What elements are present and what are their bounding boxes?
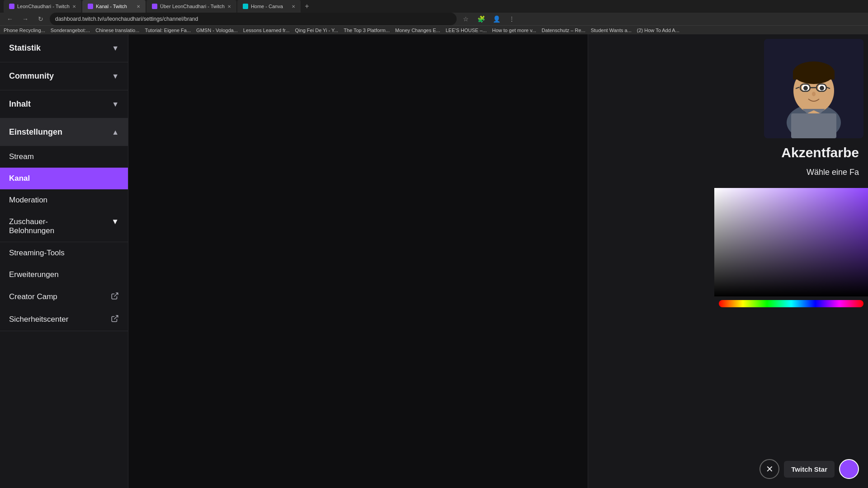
new-tab-button[interactable]: + [302, 1, 312, 12]
sidebar-item-moderation[interactable]: Moderation [0, 189, 128, 211]
bookmark-1[interactable]: Phone Recycling... [4, 28, 45, 33]
hue-slider[interactable] [719, 300, 863, 307]
sidebar-item-kanal-label: Kanal [9, 174, 30, 183]
tab-bar: LeonChaudhari - Twitch ✕ Kanal - Twitch … [0, 0, 868, 13]
bookmark-10[interactable]: LEE'S HOUSE –... [446, 28, 487, 33]
sidebar-item-creator-camp-label: Creator Camp [9, 292, 57, 301]
sidebar-item-zuschauer-label: Zuschauer- Belohnungen [9, 217, 54, 235]
address-bar[interactable]: dashboard.twitch.tv/u/leonchaudhari/sett… [50, 13, 457, 25]
sidebar-item-erweiterungen-label: Erweiterungen [9, 270, 59, 279]
avatar [764, 39, 863, 138]
tab-favicon-3 [152, 4, 157, 9]
sidebar-item-stream-label: Stream [9, 152, 34, 161]
right-panel: Akzentfarbe Wähle eine Fa ✕ Twitch Star [588, 34, 868, 488]
tab-label-1: LeonChaudhari - Twitch [17, 4, 70, 9]
akzentfarbe-label: Akzentfarbe [781, 145, 859, 160]
bookmark-9[interactable]: Money Changes E... [395, 28, 440, 33]
svg-rect-7 [793, 70, 835, 80]
avatar-container [764, 39, 863, 138]
sidebar-item-sicherheitscenter[interactable]: Sicherheitscenter [0, 308, 128, 331]
svg-rect-18 [791, 113, 836, 138]
chevron-statistik: ▼ [112, 44, 119, 52]
sidebar-section-label-inhalt: Inhalt [9, 99, 31, 109]
main-content: Statistik ▼ Community ▼ Inhalt ▼ Einstel… [0, 34, 868, 488]
back-button[interactable]: ← [4, 13, 16, 25]
sidebar-section-label-statistik: Statistik [9, 43, 41, 53]
sidebar-section-community: Community ▼ [0, 62, 128, 90]
bookmark-2[interactable]: Sonderangebot:... [51, 28, 90, 33]
sidebar-item-streaming-tools[interactable]: Streaming-Tools [0, 242, 128, 264]
sidebar-item-zuschauer[interactable]: Zuschauer- Belohnungen ▼ [0, 211, 128, 242]
address-bar-row: ← → ↻ dashboard.twitch.tv/u/leonchaudhar… [0, 13, 868, 25]
waehle-text: Wähle eine Fa [807, 168, 859, 177]
tab-3[interactable]: Über LeonChaudhari - Twitch ✕ [146, 0, 236, 13]
svg-point-17 [812, 92, 816, 96]
sidebar-section-einstellungen: Einstellungen ▲ Stream Kanal Moderation … [0, 118, 128, 242]
sidebar-section-inhalt: Inhalt ▼ [0, 90, 128, 118]
bookmark-14[interactable]: (2) How To Add A... [637, 28, 679, 33]
tab-favicon-4 [243, 4, 248, 9]
sidebar-item-kanal[interactable]: Kanal [0, 168, 128, 189]
bookmark-button[interactable]: ☆ [459, 13, 472, 25]
color-circle[interactable] [839, 459, 859, 479]
sidebar-header-statistik[interactable]: Statistik ▼ [0, 34, 128, 62]
extensions-button[interactable]: 🧩 [475, 13, 487, 25]
akzentfarbe-title: Akzentfarbe [597, 145, 859, 160]
svg-line-1 [114, 315, 118, 319]
cancel-button[interactable]: ✕ [760, 459, 779, 479]
address-text: dashboard.twitch.tv/u/leonchaudhari/sett… [55, 16, 198, 22]
chevron-einstellungen: ▲ [112, 128, 119, 136]
tab-4[interactable]: Home - Canva ✕ [237, 0, 301, 13]
menu-button[interactable]: ⋮ [505, 13, 518, 25]
external-link-icon-creator-camp [111, 292, 119, 302]
bookmark-4[interactable]: Tutorial: Eigene Fa... [145, 28, 191, 33]
sidebar-header-inhalt[interactable]: Inhalt ▼ [0, 90, 128, 118]
sidebar-section-label-einstellungen: Einstellungen [9, 127, 62, 137]
bookmark-13[interactable]: Student Wants a... [591, 28, 632, 33]
sidebar-section-label-community: Community [9, 71, 54, 81]
tab-close-4[interactable]: ✕ [292, 4, 295, 9]
bookmark-12[interactable]: Datenschutz – Re... [542, 28, 585, 33]
sidebar: Statistik ▼ Community ▼ Inhalt ▼ Einstel… [0, 34, 128, 488]
reload-button[interactable]: ↻ [34, 13, 47, 25]
sidebar-item-erweiterungen[interactable]: Erweiterungen [0, 264, 128, 286]
svg-point-11 [820, 86, 824, 90]
chevron-inhalt: ▼ [112, 100, 119, 108]
bookmark-7[interactable]: Qing Fei De Yi - Y... [295, 28, 339, 33]
svg-point-10 [803, 86, 808, 90]
tab-close-2[interactable]: ✕ [137, 4, 140, 9]
waehle-text-container: Wähle eine Fa [807, 168, 859, 177]
sidebar-item-creator-camp[interactable]: Creator Camp [0, 286, 128, 308]
color-gradient[interactable] [714, 188, 868, 296]
tab-favicon-2 [88, 4, 93, 9]
tab-2[interactable]: Kanal - Twitch ✕ [82, 0, 146, 13]
twitch-star-button[interactable]: Twitch Star [784, 461, 835, 478]
tab-close-3[interactable]: ✕ [227, 4, 231, 9]
bookmarks-bar: Phone Recycling... Sonderangebot:... Chi… [0, 25, 868, 34]
color-picker-area[interactable] [714, 188, 868, 351]
browser-chrome: LeonChaudhari - Twitch ✕ Kanal - Twitch … [0, 0, 868, 34]
bookmark-8[interactable]: The Top 3 Platform... [344, 28, 390, 33]
tab-favicon-1 [9, 4, 14, 9]
sidebar-item-stream[interactable]: Stream [0, 146, 128, 168]
tab-label-2: Kanal - Twitch [96, 4, 127, 9]
tab-1[interactable]: LeonChaudhari - Twitch ✕ [4, 0, 81, 13]
bookmark-11[interactable]: How to get more v... [492, 28, 536, 33]
bookmark-5[interactable]: GMSN - Vologda... [196, 28, 238, 33]
sidebar-section-statistik: Statistik ▼ [0, 34, 128, 62]
tab-label-3: Über LeonChaudhari - Twitch [160, 4, 225, 9]
twitch-star-label: Twitch Star [791, 465, 827, 473]
sidebar-section-bottom: Streaming-Tools Erweiterungen Creator Ca… [0, 242, 128, 331]
bookmark-3[interactable]: Chinese translatio... [95, 28, 139, 33]
main-area [128, 34, 588, 488]
tab-label-4: Home - Canva [251, 4, 283, 9]
bottom-controls: ✕ Twitch Star [760, 459, 859, 479]
forward-button[interactable]: → [19, 13, 32, 25]
svg-line-0 [114, 293, 118, 296]
chevron-community: ▼ [112, 72, 119, 80]
sidebar-header-einstellungen[interactable]: Einstellungen ▲ [0, 118, 128, 146]
sidebar-header-community[interactable]: Community ▼ [0, 62, 128, 90]
tab-close-1[interactable]: ✕ [72, 4, 76, 9]
profile-button[interactable]: 👤 [490, 13, 503, 25]
bookmark-6[interactable]: Lessons Learned fr... [243, 28, 290, 33]
